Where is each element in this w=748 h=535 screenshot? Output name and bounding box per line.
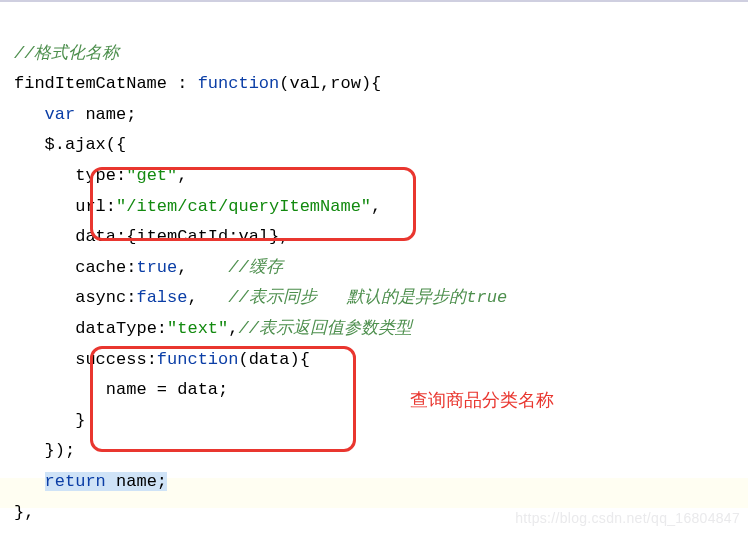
prop-cache-k: cache: [75, 258, 126, 277]
var-decl: name;: [75, 105, 136, 124]
colon: :: [167, 74, 198, 93]
kw-function: function: [198, 74, 280, 93]
block-close: },: [14, 503, 34, 522]
prop-async-v: false: [136, 288, 187, 307]
annotation-text: 查询商品分类名称: [410, 384, 554, 416]
comment-dt: //表示返回值参数类型: [238, 319, 411, 338]
watermark: https://blog.csdn.net/qq_16804847: [515, 506, 740, 531]
ajax-close: });: [45, 441, 76, 460]
prop-type-v: "get": [126, 166, 177, 185]
code-block: //格式化名称 findItemCatName : function(val,r…: [0, 2, 748, 528]
succ-body: name = data;: [106, 380, 228, 399]
kw-var: var: [45, 105, 76, 124]
prop-data-v: :{itemCatId:val},: [116, 227, 289, 246]
prop-url-k: url: [75, 197, 106, 216]
prop-type-k: type: [75, 166, 116, 185]
ajax-open: $.ajax({: [45, 135, 127, 154]
ret-expr: name;: [106, 472, 167, 491]
comment-async: //表示同步 默认的是异步的true: [228, 288, 507, 307]
succ-params: (data){: [238, 350, 309, 369]
kw-function-2: function: [157, 350, 239, 369]
prop-data-k: data: [75, 227, 116, 246]
prop-async-k: async: [75, 288, 126, 307]
fn-name: findItemCatName: [14, 74, 167, 93]
brace-close-1: }: [75, 411, 85, 430]
prop-cache-v: true: [136, 258, 177, 277]
fn-params: (val,row){: [279, 74, 381, 93]
prop-dt-v: "text": [167, 319, 228, 338]
prop-succ-k: success: [75, 350, 146, 369]
prop-url-v: "/item/cat/queryItemName": [116, 197, 371, 216]
comment-cache: //缓存: [228, 258, 282, 277]
prop-dt-k: dataType: [75, 319, 157, 338]
kw-return: return: [45, 472, 106, 491]
comment-format: //格式化名称: [14, 44, 119, 63]
